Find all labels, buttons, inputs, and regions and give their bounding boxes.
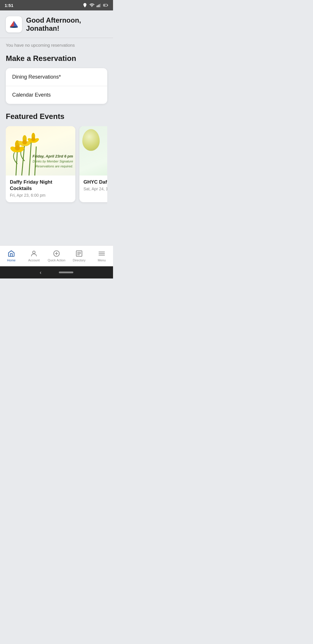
event-overlay-daffy: Friday, April 23rd 6 pm Drinks by Member… [32, 153, 73, 169]
battery-icon [103, 3, 108, 8]
svg-rect-2 [98, 5, 98, 7]
svg-rect-1 [97, 6, 97, 7]
featured-events-title: Featured Events [6, 112, 107, 121]
events-grid: Friday, April 23rd 6 pm Drinks by Member… [6, 126, 107, 207]
svg-point-36 [31, 137, 35, 141]
signal-icon [96, 3, 101, 8]
main-content: Good Afternoon, Jonathan! You have no up… [0, 10, 113, 245]
app-logo [6, 16, 22, 32]
nav-label-account: Account [28, 258, 40, 262]
home-icon [8, 250, 15, 257]
calendar-events-item[interactable]: Calendar Events [6, 86, 107, 104]
status-bar: 1:51 [0, 0, 113, 10]
svg-point-0 [84, 4, 85, 5]
wifi-icon [89, 3, 94, 8]
nav-label-directory: Directory [73, 258, 85, 262]
svg-rect-6 [107, 5, 108, 6]
menu-icon [98, 250, 105, 257]
status-time: 1:51 [5, 3, 13, 8]
nav-item-home[interactable]: Home [0, 249, 23, 263]
event-date-ghyc: Sat, Apr 24, 1:00 p… [83, 187, 107, 191]
nav-label-menu: Menu [98, 258, 106, 262]
menu-price: $35++ Drinks by Member sig… Registration… [82, 165, 107, 173]
nav-item-directory[interactable]: Directory [68, 249, 90, 263]
header-row: Good Afternoon, Jonathan! [6, 16, 107, 32]
svg-rect-3 [99, 4, 99, 7]
quick-action-icon [53, 250, 60, 257]
svg-point-22 [15, 145, 20, 151]
event-date-daffy: Fri, Apr 23, 6:00 pm [10, 193, 71, 198]
directory-icon [75, 250, 83, 257]
nav-label-home: Home [7, 258, 15, 262]
reservation-card: Dining Reservations* Calendar Events [6, 68, 107, 104]
event-card-ghyc[interactable]: Saturday, April 24th Menu Chicken Salad … [79, 126, 107, 202]
header-divider [0, 38, 113, 38]
alarm-icon [82, 3, 88, 8]
logo-image [8, 20, 19, 29]
make-reservation-title: Make a Reservation [6, 54, 107, 63]
balloon-decoration [82, 129, 100, 151]
nav-item-quick-action[interactable]: Quick Action [45, 249, 68, 263]
back-button[interactable]: ‹ [40, 269, 41, 276]
system-nav: ‹ [0, 266, 113, 278]
event-info-ghyc: GHYC Daffy Picn… Sat, Apr 24, 1:00 p… [79, 176, 107, 196]
dining-reservations-item[interactable]: Dining Reservations* [6, 68, 107, 86]
account-icon [30, 250, 38, 257]
event-image-daffy: Friday, April 23rd 6 pm Drinks by Member… [6, 126, 75, 176]
svg-point-37 [33, 251, 35, 254]
home-pill[interactable] [59, 272, 73, 273]
event-card-daffy-friday[interactable]: Friday, April 23rd 6 pm Drinks by Member… [6, 126, 75, 202]
status-icons [82, 3, 108, 8]
nav-item-account[interactable]: Account [23, 249, 45, 263]
event-image-ghyc: Saturday, April 24th Menu Chicken Salad … [79, 126, 107, 176]
nav-item-menu[interactable]: Menu [90, 249, 113, 263]
nav-label-quick-action: Quick Action [48, 258, 65, 262]
svg-point-11 [10, 26, 18, 28]
greeting-text: Good Afternoon, Jonathan! [26, 16, 107, 32]
event-info-daffy: Daffy Friday Night Cocktails Fri, Apr 23… [6, 176, 75, 202]
bottom-nav: Home Account Quick Action [0, 245, 113, 266]
svg-point-29 [22, 140, 27, 144]
event-title-daffy: Daffy Friday Night Cocktails [10, 179, 71, 192]
svg-line-14 [29, 141, 31, 176]
svg-rect-4 [100, 4, 101, 7]
no-reservations-text: You have no upcoming reservations [6, 43, 107, 48]
event-title-ghyc: GHYC Daffy Picn… [83, 179, 107, 185]
svg-rect-7 [104, 4, 105, 6]
